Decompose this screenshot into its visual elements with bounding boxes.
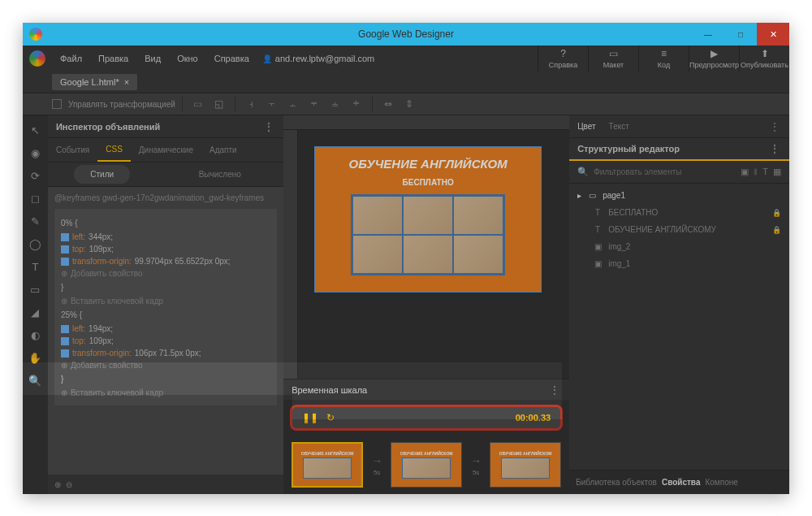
rect-tool-icon[interactable]: ▭	[25, 280, 45, 299]
zoom-tool-icon[interactable]: 🔍	[25, 371, 45, 390]
upload-icon: ⬆	[761, 48, 769, 59]
timeline-header: Временная шкала ⋮	[283, 379, 569, 400]
inspector-title: Инспектор объявлений	[56, 122, 160, 132]
main-area: ↖ ◉ ⟳ ◻ ✎ ◯ T ▭ ◢ ◐ ✋ 🔍 Инспектор объявл…	[23, 115, 789, 494]
image-filter-icon[interactable]: ▣	[741, 167, 749, 177]
css-footer: ⊕ ⊖	[48, 475, 283, 494]
tree-text-item[interactable]: TБЕСПЛАТНО🔒	[569, 204, 789, 221]
tab-library[interactable]: Библиотека объектов	[576, 478, 657, 487]
panel-menu-icon[interactable]: ⋮	[263, 120, 275, 133]
menu-bar: Файл Правка Вид Окно Справка and.rew.lpt…	[23, 46, 789, 72]
css-rule-name: @keyframes gwd-gen-17n2gwdanimation_gwd-…	[54, 193, 277, 202]
more-filter-icon[interactable]: ▦	[773, 167, 781, 177]
align-left-icon[interactable]: ⫞	[242, 95, 260, 113]
canvas[interactable]: ОБУЧЕНИЕ АНГЛИЙСКОМ БЕСПЛАТНО	[298, 130, 569, 379]
tab-events[interactable]: События	[48, 139, 97, 161]
menu-window[interactable]: Окно	[169, 54, 206, 63]
close-button[interactable]	[757, 23, 789, 46]
close-tab-icon[interactable]: ×	[124, 77, 129, 87]
tab-text[interactable]: Текст	[609, 122, 629, 131]
tab-css[interactable]: CSS	[97, 138, 131, 162]
dist-v-icon[interactable]: ⇕	[400, 95, 418, 113]
text-filter-icon[interactable]: T	[762, 167, 768, 177]
maximize-button[interactable]	[724, 23, 757, 46]
hand-tool-icon[interactable]: ✋	[25, 348, 45, 367]
align-right-icon[interactable]: ⫠	[284, 95, 302, 113]
titlebar: Google Web Designer	[23, 23, 789, 46]
element-tool-icon[interactable]: ◻	[25, 189, 45, 208]
align-top-icon[interactable]: ⫧	[305, 95, 323, 113]
help-button[interactable]: ?Справка	[538, 46, 588, 72]
tree-text-item[interactable]: TОБУЧЕНИЕ АНГЛИЙСКОМУ🔒	[569, 221, 789, 238]
transform-label: Управлять трансформацией	[68, 100, 175, 109]
minimize-button[interactable]	[692, 23, 724, 46]
banner-element[interactable]: ОБУЧЕНИЕ АНГЛИЙСКОМ БЕСПЛАТНО	[314, 146, 542, 293]
lock-icon[interactable]: 🔒	[772, 209, 781, 217]
keyframe-thumb[interactable]: ОБУЧЕНИЕ АНГЛИЙСКОМ	[292, 442, 363, 488]
menu-edit[interactable]: Правка	[90, 54, 136, 63]
file-tab[interactable]: Google L.html* ×	[52, 74, 137, 90]
file-tab-label: Google L.html*	[60, 77, 119, 87]
subtab-styles[interactable]: Стили	[74, 165, 130, 184]
tab-dynamic[interactable]: Динамические	[131, 139, 201, 161]
group-filter-icon[interactable]: ⫴	[754, 167, 758, 177]
app-window: Google Web Designer Файл Правка Вид Окно…	[23, 23, 789, 494]
transform-tool-icon[interactable]: ⟳	[25, 166, 45, 185]
ruler-vertical[interactable]	[283, 130, 298, 379]
pen-tool-icon[interactable]: ✎	[25, 211, 45, 231]
preview-button[interactable]: ▶Предпросмотр	[689, 46, 739, 72]
text-tool-icon[interactable]: T	[25, 257, 45, 276]
transform-checkbox[interactable]	[52, 99, 62, 109]
app-logo-icon	[29, 28, 42, 41]
tab-components[interactable]: Компоне	[705, 478, 737, 487]
inspector-panel: Инспектор объявлений ⋮ События CSS Динам…	[48, 115, 283, 494]
menu-view[interactable]: Вид	[136, 54, 169, 63]
subtab-computed[interactable]: Вычислено	[183, 165, 257, 184]
timeline-menu-icon[interactable]: ⋮	[549, 384, 561, 397]
keyframe-thumb[interactable]: ОБУЧЕНИЕ АНГЛИЙСКОМ	[490, 442, 561, 488]
align-center-icon[interactable]: ⫟	[263, 95, 281, 113]
align-icon[interactable]: ▭	[189, 95, 207, 113]
publish-button[interactable]: ⬆Опубликовать	[739, 46, 789, 72]
lock-icon[interactable]: 🔒	[772, 226, 781, 234]
banner-title-text: ОБУЧЕНИЕ АНГЛИЙСКОМ	[315, 157, 541, 171]
layout-icon: ▭	[609, 48, 618, 59]
pause-icon[interactable]: ❚❚	[302, 412, 318, 423]
dist-h-icon[interactable]: ⇔	[379, 95, 397, 113]
align-middle-icon[interactable]: ⫨	[326, 95, 344, 113]
panel-menu-icon[interactable]: ⋮	[769, 142, 781, 155]
align2-icon[interactable]: ◱	[210, 95, 228, 113]
arrow-right-icon: →	[470, 454, 482, 467]
tree-page[interactable]: ▸▭page1	[569, 187, 789, 204]
tab-bar: Google L.html* ×	[23, 72, 789, 93]
select-tool-icon[interactable]: ↖	[25, 120, 45, 140]
layout-button[interactable]: ▭Макет	[588, 46, 638, 72]
code-button[interactable]: ≡Код	[638, 46, 689, 72]
outline-title: Структурный редактор	[577, 144, 680, 154]
search-icon: 🔍	[577, 167, 589, 177]
window-title: Google Web Designer	[358, 28, 454, 40]
panel-menu-icon[interactable]: ⋮	[769, 120, 781, 133]
loop-icon[interactable]: ↻	[326, 412, 335, 423]
3d-rotate-tool-icon[interactable]: ◉	[25, 143, 45, 163]
menu-file[interactable]: Файл	[52, 54, 90, 63]
fill-tool-icon[interactable]: ◢	[25, 302, 45, 322]
tree-image-item[interactable]: ▣img_2	[569, 238, 789, 255]
remove-icon[interactable]: ⊖	[66, 480, 72, 489]
play-icon: ▶	[710, 48, 718, 59]
add-icon[interactable]: ⊕	[54, 480, 61, 489]
css-editor[interactable]: @keyframes gwd-gen-17n2gwdanimation_gwd-…	[48, 187, 283, 494]
shape-tool-icon[interactable]: ◯	[25, 234, 45, 254]
timeline-thumbnails: ОБУЧЕНИЕ АНГЛИЙСКОМ →5s ОБУЧЕНИЕ АНГЛИЙС…	[283, 436, 569, 494]
tab-properties[interactable]: Свойства	[662, 478, 701, 487]
filter-input[interactable]	[594, 167, 736, 176]
keyframe-thumb[interactable]: ОБУЧЕНИЕ АНГЛИЙСКОМ	[391, 442, 462, 488]
tab-adaptive[interactable]: Адапти	[201, 139, 245, 161]
ruler-horizontal[interactable]	[283, 115, 569, 130]
menu-help[interactable]: Справка	[206, 54, 257, 63]
tab-color[interactable]: Цвет	[577, 122, 595, 131]
user-account[interactable]: and.rew.lptw@gmail.com	[262, 54, 374, 63]
align-bottom-icon[interactable]: ⫩	[348, 95, 365, 113]
gradient-tool-icon[interactable]: ◐	[25, 325, 45, 345]
tree-image-item[interactable]: ▣img_1	[569, 255, 789, 272]
